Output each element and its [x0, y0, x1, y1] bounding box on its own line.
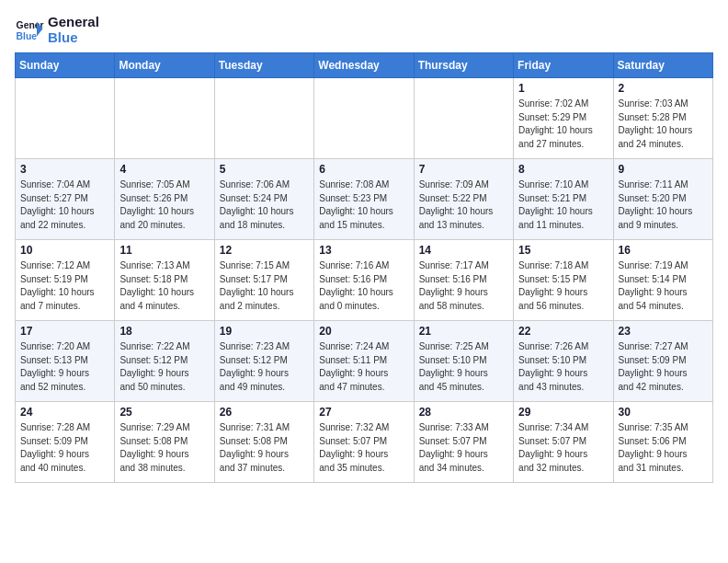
calendar-cell: 11Sunrise: 7:13 AM Sunset: 5:18 PM Dayli…	[115, 240, 214, 321]
day-number: 10	[20, 244, 109, 257]
day-info: Sunrise: 7:29 AM Sunset: 5:08 PM Dayligh…	[119, 421, 209, 475]
day-info: Sunrise: 7:03 AM Sunset: 5:28 PM Dayligh…	[619, 98, 708, 151]
calendar-cell	[414, 78, 513, 159]
calendar-header-row: SundayMondayTuesdayWednesdayThursdayFrid…	[16, 53, 713, 78]
calendar-cell: 26Sunrise: 7:31 AM Sunset: 5:08 PM Dayli…	[214, 402, 313, 483]
calendar-cell: 30Sunrise: 7:35 AM Sunset: 5:06 PM Dayli…	[613, 402, 712, 483]
calendar-cell: 2Sunrise: 7:03 AM Sunset: 5:28 PM Daylig…	[613, 78, 712, 159]
calendar-cell: 20Sunrise: 7:24 AM Sunset: 5:11 PM Dayli…	[314, 321, 414, 402]
calendar-cell: 10Sunrise: 7:12 AM Sunset: 5:19 PM Dayli…	[16, 240, 115, 321]
day-number: 1	[518, 82, 608, 95]
calendar-cell: 29Sunrise: 7:34 AM Sunset: 5:07 PM Dayli…	[514, 402, 613, 483]
day-number: 28	[419, 406, 508, 419]
calendar-week-row: 3Sunrise: 7:04 AM Sunset: 5:27 PM Daylig…	[16, 159, 713, 240]
calendar-header-saturday: Saturday	[613, 53, 712, 78]
calendar-cell: 9Sunrise: 7:11 AM Sunset: 5:20 PM Daylig…	[613, 159, 712, 240]
day-info: Sunrise: 7:02 AM Sunset: 5:29 PM Dayligh…	[518, 98, 608, 151]
day-number: 14	[419, 244, 508, 257]
day-number: 20	[319, 325, 408, 338]
calendar-week-row: 10Sunrise: 7:12 AM Sunset: 5:19 PM Dayli…	[16, 240, 713, 321]
day-info: Sunrise: 7:31 AM Sunset: 5:08 PM Dayligh…	[220, 421, 309, 475]
calendar-table: SundayMondayTuesdayWednesdayThursdayFrid…	[15, 52, 713, 483]
day-info: Sunrise: 7:04 AM Sunset: 5:27 PM Dayligh…	[20, 178, 109, 232]
calendar-cell: 28Sunrise: 7:33 AM Sunset: 5:07 PM Dayli…	[414, 402, 513, 483]
calendar-cell: 17Sunrise: 7:20 AM Sunset: 5:13 PM Dayli…	[16, 321, 115, 402]
day-info: Sunrise: 7:24 AM Sunset: 5:11 PM Dayligh…	[319, 340, 408, 394]
day-number: 7	[419, 163, 508, 176]
calendar-cell: 18Sunrise: 7:22 AM Sunset: 5:12 PM Dayli…	[115, 321, 214, 402]
calendar-cell: 1Sunrise: 7:02 AM Sunset: 5:29 PM Daylig…	[514, 78, 613, 159]
logo-text-line2: Blue	[48, 30, 99, 46]
day-info: Sunrise: 7:26 AM Sunset: 5:10 PM Dayligh…	[518, 340, 608, 394]
calendar-week-row: 17Sunrise: 7:20 AM Sunset: 5:13 PM Dayli…	[16, 321, 713, 402]
logo-text-line1: General	[48, 15, 99, 30]
calendar-week-row: 1Sunrise: 7:02 AM Sunset: 5:29 PM Daylig…	[16, 78, 713, 159]
day-number: 27	[319, 406, 408, 419]
day-number: 11	[119, 244, 209, 257]
day-info: Sunrise: 7:11 AM Sunset: 5:20 PM Dayligh…	[619, 178, 708, 232]
calendar-cell: 21Sunrise: 7:25 AM Sunset: 5:10 PM Dayli…	[414, 321, 513, 402]
day-number: 13	[319, 244, 408, 257]
calendar-header-monday: Monday	[115, 53, 214, 78]
day-number: 23	[619, 325, 708, 338]
day-info: Sunrise: 7:13 AM Sunset: 5:18 PM Dayligh…	[119, 259, 209, 313]
calendar-cell: 25Sunrise: 7:29 AM Sunset: 5:08 PM Dayli…	[115, 402, 214, 483]
calendar-cell: 12Sunrise: 7:15 AM Sunset: 5:17 PM Dayli…	[214, 240, 313, 321]
calendar-cell: 14Sunrise: 7:17 AM Sunset: 5:16 PM Dayli…	[414, 240, 513, 321]
calendar-header-thursday: Thursday	[414, 53, 513, 78]
day-number: 26	[220, 406, 309, 419]
day-info: Sunrise: 7:32 AM Sunset: 5:07 PM Dayligh…	[319, 421, 408, 475]
day-number: 3	[20, 163, 109, 176]
day-number: 6	[319, 163, 408, 176]
calendar-cell: 22Sunrise: 7:26 AM Sunset: 5:10 PM Dayli…	[514, 321, 613, 402]
day-number: 25	[119, 406, 209, 419]
calendar-cell: 3Sunrise: 7:04 AM Sunset: 5:27 PM Daylig…	[16, 159, 115, 240]
day-number: 24	[20, 406, 109, 419]
calendar-header-friday: Friday	[514, 53, 613, 78]
calendar-cell: 7Sunrise: 7:09 AM Sunset: 5:22 PM Daylig…	[414, 159, 513, 240]
day-number: 18	[119, 325, 209, 338]
day-info: Sunrise: 7:05 AM Sunset: 5:26 PM Dayligh…	[119, 178, 209, 232]
calendar-week-row: 24Sunrise: 7:28 AM Sunset: 5:09 PM Dayli…	[16, 402, 713, 483]
calendar-cell: 27Sunrise: 7:32 AM Sunset: 5:07 PM Dayli…	[314, 402, 414, 483]
calendar-header-sunday: Sunday	[16, 53, 115, 78]
day-info: Sunrise: 7:33 AM Sunset: 5:07 PM Dayligh…	[419, 421, 508, 475]
logo-icon: General Blue	[15, 16, 44, 45]
calendar-header-tuesday: Tuesday	[214, 53, 313, 78]
calendar-cell: 6Sunrise: 7:08 AM Sunset: 5:23 PM Daylig…	[314, 159, 414, 240]
day-info: Sunrise: 7:19 AM Sunset: 5:14 PM Dayligh…	[619, 259, 708, 313]
day-number: 21	[419, 325, 508, 338]
calendar-cell	[314, 78, 414, 159]
day-info: Sunrise: 7:35 AM Sunset: 5:06 PM Dayligh…	[619, 421, 708, 475]
day-number: 29	[518, 406, 608, 419]
day-number: 4	[119, 163, 209, 176]
day-info: Sunrise: 7:17 AM Sunset: 5:16 PM Dayligh…	[419, 259, 508, 313]
day-info: Sunrise: 7:08 AM Sunset: 5:23 PM Dayligh…	[319, 178, 408, 232]
day-number: 17	[20, 325, 109, 338]
svg-text:Blue: Blue	[17, 30, 38, 40]
day-info: Sunrise: 7:27 AM Sunset: 5:09 PM Dayligh…	[619, 340, 708, 394]
calendar-cell: 8Sunrise: 7:10 AM Sunset: 5:21 PM Daylig…	[514, 159, 613, 240]
day-info: Sunrise: 7:09 AM Sunset: 5:22 PM Dayligh…	[419, 178, 508, 232]
day-info: Sunrise: 7:15 AM Sunset: 5:17 PM Dayligh…	[220, 259, 309, 313]
calendar-cell: 24Sunrise: 7:28 AM Sunset: 5:09 PM Dayli…	[16, 402, 115, 483]
day-number: 22	[518, 325, 608, 338]
calendar-cell	[214, 78, 313, 159]
day-info: Sunrise: 7:12 AM Sunset: 5:19 PM Dayligh…	[20, 259, 109, 313]
day-info: Sunrise: 7:06 AM Sunset: 5:24 PM Dayligh…	[220, 178, 309, 232]
calendar-cell: 13Sunrise: 7:16 AM Sunset: 5:16 PM Dayli…	[314, 240, 414, 321]
day-number: 16	[619, 244, 708, 257]
day-number: 8	[518, 163, 608, 176]
day-info: Sunrise: 7:16 AM Sunset: 5:16 PM Dayligh…	[319, 259, 408, 313]
logo: General Blue General Blue	[15, 15, 99, 45]
day-number: 2	[619, 82, 708, 95]
day-info: Sunrise: 7:22 AM Sunset: 5:12 PM Dayligh…	[119, 340, 209, 394]
calendar-cell: 19Sunrise: 7:23 AM Sunset: 5:12 PM Dayli…	[214, 321, 313, 402]
calendar-cell: 5Sunrise: 7:06 AM Sunset: 5:24 PM Daylig…	[214, 159, 313, 240]
calendar-cell	[115, 78, 214, 159]
day-number: 30	[619, 406, 708, 419]
calendar-header-wednesday: Wednesday	[314, 53, 414, 78]
calendar-cell: 4Sunrise: 7:05 AM Sunset: 5:26 PM Daylig…	[115, 159, 214, 240]
page-header: General Blue General Blue	[15, 15, 713, 45]
day-info: Sunrise: 7:10 AM Sunset: 5:21 PM Dayligh…	[518, 178, 608, 232]
